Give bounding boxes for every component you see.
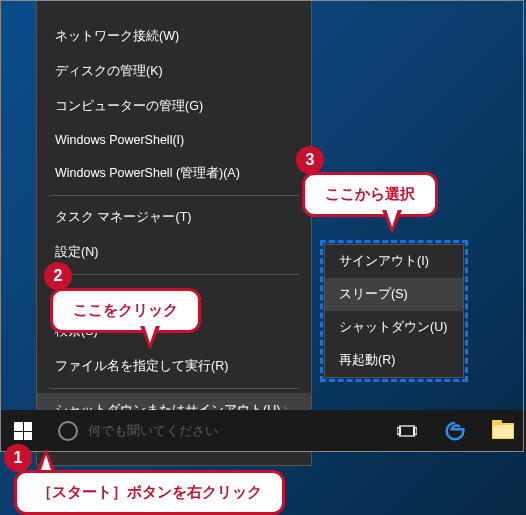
cortana-circle-icon [58,421,78,441]
submenu-signout[interactable]: サインアウト(I) [325,245,463,278]
submenu-restart[interactable]: 再起動(R) [325,344,463,377]
menu-label: Windows PowerShell(I) [55,133,184,147]
edge-icon [445,421,465,441]
callout-3-pointer-fill [386,209,398,227]
shutdown-submenu: サインアウト(I) スリープ(S) シャットダウン(U) 再起動(R) [324,244,464,378]
winx-context-menu: ネットワーク接続(W) ディスクの管理(K) コンピューターの管理(G) Win… [36,0,312,466]
menu-label: 再起動(R) [339,352,395,369]
submenu-shutdown[interactable]: シャットダウン(U) [325,311,463,344]
menu-label: コンピューターの管理(G) [55,98,203,115]
folder-icon [492,423,514,439]
callout-2-pointer-fill [144,325,156,343]
callout-1: ［スタート］ボタンを右クリック [14,470,285,515]
cortana-search-box[interactable]: 何でも聞いてください [46,410,286,452]
callout-text: ここをクリック [73,301,178,318]
submenu-sleep[interactable]: スリープ(S) [325,278,463,311]
task-view-button[interactable] [384,410,430,452]
taskbar-icons [384,410,526,452]
callout-text: ここから選択 [325,185,415,202]
taskbar-edge[interactable] [432,410,478,452]
menu-computer-management[interactable]: コンピューターの管理(G) [37,89,311,124]
svg-rect-0 [400,426,415,436]
svg-rect-2 [414,428,417,435]
menu-separator [49,274,299,275]
menu-label: 設定(N) [55,244,98,261]
menu-label: ファイル名を指定して実行(R) [55,358,228,375]
menu-run[interactable]: ファイル名を指定して実行(R) [37,349,311,384]
windows-logo-icon [14,422,32,440]
callout-2: ここをクリック [50,288,201,333]
menu-task-manager[interactable]: タスク マネージャー(T) [37,200,311,235]
menu-label: サインアウト(I) [339,253,429,270]
menu-label: シャットダウン(U) [339,319,447,336]
taskbar-explorer[interactable] [480,410,526,452]
menu-network-connections[interactable]: ネットワーク接続(W) [37,19,311,54]
svg-rect-1 [397,428,400,435]
menu-powershell[interactable]: Windows PowerShell(I) [37,124,311,156]
menu-separator [49,195,299,196]
menu-disk-management[interactable]: ディスクの管理(K) [37,54,311,89]
menu-label: Windows PowerShell (管理者)(A) [55,165,240,182]
menu-label: スリープ(S) [339,286,408,303]
step-badge-1: 1 [4,444,32,472]
menu-separator [49,388,299,389]
menu-settings[interactable]: 設定(N) [37,235,311,270]
step-badge-2: 2 [44,262,72,290]
menu-cutoff-row [37,1,311,19]
callout-text: ［スタート］ボタンを右クリック [37,483,262,500]
task-view-icon [397,421,417,441]
step-badge-3: 3 [296,146,324,174]
callout-3: ここから選択 [302,172,438,217]
search-placeholder: 何でも聞いてください [88,422,218,440]
menu-label: ディスクの管理(K) [55,63,163,80]
menu-powershell-admin[interactable]: Windows PowerShell (管理者)(A) [37,156,311,191]
taskbar: 何でも聞いてください [0,410,526,452]
menu-label: ネットワーク接続(W) [55,28,179,45]
menu-label: タスク マネージャー(T) [55,209,191,226]
